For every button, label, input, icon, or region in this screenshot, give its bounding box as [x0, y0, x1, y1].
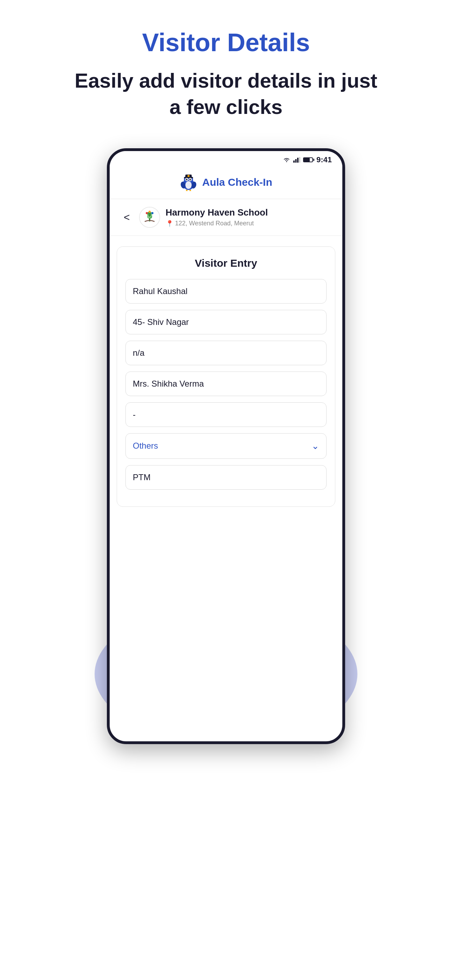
location-icon: 📍: [166, 220, 173, 228]
status-bar: 9:41: [110, 151, 342, 167]
svg-rect-2: [295, 159, 296, 162]
status-time: 9:41: [317, 155, 332, 164]
visitor-address-field[interactable]: 45- Shiv Nagar: [126, 310, 326, 334]
battery-icon: [303, 158, 313, 162]
back-button[interactable]: <: [120, 210, 134, 225]
svg-point-19: [185, 181, 192, 189]
school-header: <: [110, 199, 342, 236]
svg-point-26: [151, 212, 153, 214]
visitor-name-field[interactable]: Rahul Kaushal: [126, 279, 326, 304]
visitor-purpose-dropdown[interactable]: Others ⌄: [126, 433, 326, 459]
app-header: Aula Check-In: [110, 167, 342, 199]
svg-point-12: [186, 178, 188, 180]
app-logo-icon: [180, 173, 197, 191]
svg-point-15: [190, 179, 191, 180]
school-name-label: Harmony Haven School: [166, 207, 332, 218]
visitor-field3[interactable]: n/a: [126, 341, 326, 365]
status-icons: [283, 157, 313, 162]
svg-point-14: [187, 179, 188, 180]
svg-point-13: [189, 178, 191, 180]
visitor-field5[interactable]: -: [126, 402, 326, 427]
purpose-label: Others: [133, 441, 158, 451]
signal-icon: [293, 157, 300, 162]
school-address-label: 📍 122, Westend Road, Meerut: [166, 220, 332, 228]
svg-rect-3: [297, 158, 299, 162]
svg-rect-4: [299, 157, 300, 162]
school-logo-icon: [140, 207, 159, 227]
page-subtitle: Easily add visitor details in just a few…: [68, 67, 384, 120]
phone-mockup: 9:41: [103, 148, 349, 744]
visitor-teacher-field[interactable]: Mrs. Shikha Verma: [126, 372, 326, 396]
visitor-meettype-field[interactable]: PTM: [126, 465, 326, 490]
visitor-entry-card: Visitor Entry Rahul Kaushal 45- Shiv Nag…: [117, 247, 335, 507]
phone-frame: 9:41: [107, 148, 345, 744]
app-name-label: Aula Check-In: [202, 176, 272, 188]
chevron-down-icon: ⌄: [312, 441, 319, 452]
svg-point-24: [146, 212, 148, 214]
page-title: Visitor Details: [142, 28, 310, 57]
wifi-icon: [283, 157, 290, 162]
school-logo: [139, 207, 160, 228]
svg-rect-27: [149, 218, 150, 221]
school-info: Harmony Haven School 📍 122, Westend Road…: [166, 207, 332, 228]
svg-point-0: [286, 161, 287, 162]
card-title: Visitor Entry: [126, 257, 326, 269]
svg-rect-1: [293, 161, 295, 162]
svg-point-25: [148, 211, 151, 213]
svg-point-9: [188, 175, 189, 177]
